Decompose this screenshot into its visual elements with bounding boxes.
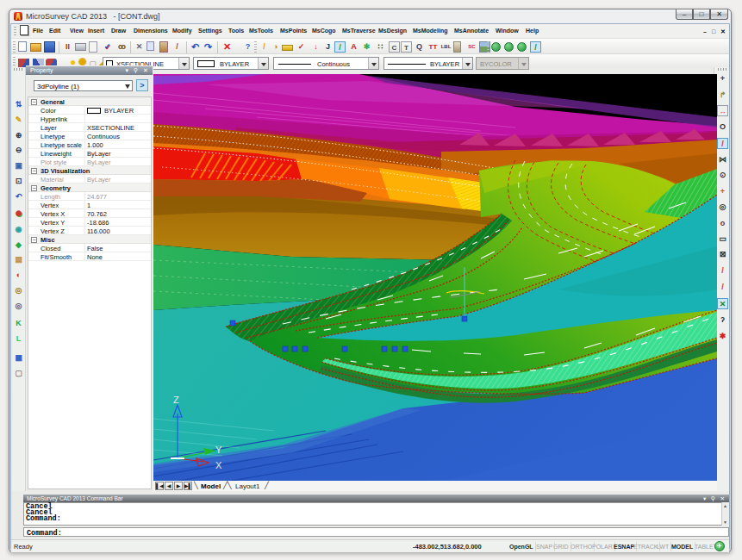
svg-text:Z: Z bbox=[173, 395, 179, 405]
svg-text:Y: Y bbox=[215, 445, 222, 455]
svg-text:X: X bbox=[215, 460, 222, 470]
